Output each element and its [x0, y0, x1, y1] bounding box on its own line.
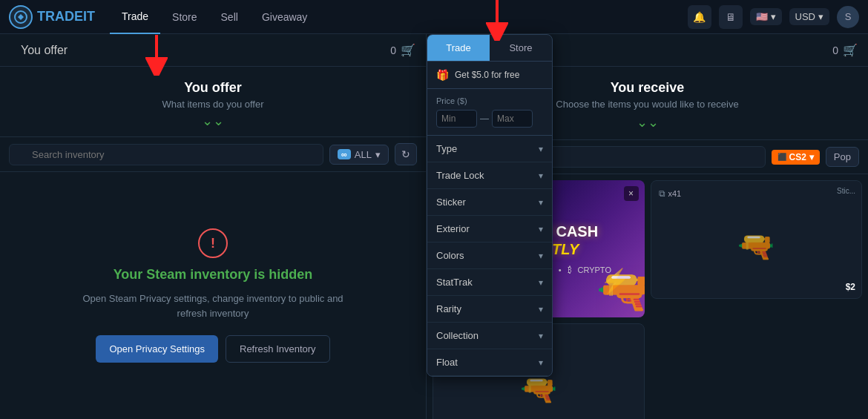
chevron-right-icon: ▾ [539, 144, 543, 154]
filter-all-label: ALL [355, 149, 372, 160]
header-right: 🔔 🖥 🇺🇸 ▾ USD ▾ S [688, 5, 859, 29]
cs2-game-badge[interactable]: ⬛ CS2 ▾ [772, 150, 820, 165]
offer-chevron-icon: ⌄⌄ [202, 114, 224, 128]
cs2-icon: ⬛ [777, 153, 786, 161]
logo-text: TRADEIT [37, 9, 95, 24]
chevron-down-icon: ▾ [818, 11, 823, 22]
price-inputs: — [436, 110, 543, 128]
filter-collection[interactable]: Collection ▾ [427, 323, 552, 349]
filter-type[interactable]: Type ▾ [427, 136, 552, 162]
weapon-image: 🔫 [596, 265, 645, 317]
item-price: $2 [846, 282, 855, 292]
dot-separator: • [559, 265, 562, 274]
you-offer-label: You offer [10, 44, 78, 57]
dropdown-tab-trade[interactable]: Trade [427, 35, 490, 62]
receive-title: You receive [611, 80, 685, 96]
filter-colors[interactable]: Colors ▾ [427, 243, 552, 269]
promo-row[interactable]: 🎁 Get $5.0 for free [427, 62, 552, 89]
receive-subtitle: Choose the items you would like to recei… [556, 99, 738, 110]
filter-stattrak[interactable]: StatTrak ▾ [427, 269, 552, 296]
weapon-icon: 🔫 [520, 372, 557, 407]
left-cart-area: 0 🛒 [390, 43, 415, 57]
hidden-inventory-desc: Open Steam Privacy settings, change inve… [72, 291, 354, 320]
chevron-down-icon: ▾ [809, 152, 814, 162]
ad-close-btn[interactable]: × [624, 186, 639, 201]
logo[interactable]: TRADEIT [9, 5, 95, 29]
price-max-input[interactable] [492, 110, 533, 128]
price-dash: — [480, 113, 489, 124]
price-min-input[interactable] [436, 110, 477, 128]
chevron-right-icon: ▾ [539, 331, 543, 341]
nav-giveaway[interactable]: Giveaway [250, 0, 319, 34]
filter-trade-lock[interactable]: Trade Lock ▾ [427, 162, 552, 189]
weapon-icon: 🔫 [737, 229, 775, 264]
nav-sell[interactable]: Sell [209, 0, 250, 34]
left-refresh-btn[interactable]: ↻ [395, 143, 417, 165]
user-avatar[interactable]: S [837, 6, 859, 28]
chevron-right-icon: ▾ [539, 357, 543, 368]
chevron-right-icon: ▾ [539, 197, 543, 208]
offer-section: You offer What items do you offer ⌄⌄ [0, 67, 426, 137]
crypto-icon: ₿ [568, 265, 572, 274]
cs2-label: CS2 [789, 152, 806, 162]
chevron-right-icon: ▾ [539, 251, 543, 261]
monitor-btn[interactable]: 🖥 [719, 5, 743, 29]
filter-dropdown: Trade Store 🎁 Get $5.0 for free Price ($… [427, 34, 553, 377]
filter-float[interactable]: Float ▾ [427, 349, 552, 376]
currency-label: USD [795, 11, 815, 22]
chevron-right-icon: ▾ [539, 304, 543, 314]
layers-icon: ⧉ [659, 188, 665, 199]
language-btn[interactable]: 🇺🇸 ▾ [750, 8, 782, 25]
sticker-label: Stic... [837, 187, 855, 195]
stack-count: x41 [668, 189, 682, 198]
price-label: Price ($) [436, 96, 543, 105]
notifications-btn[interactable]: 🔔 [688, 5, 711, 29]
left-cart-icon[interactable]: 🛒 [401, 43, 415, 57]
main-content: You offer 0 🛒 You offer What items do yo… [0, 34, 868, 419]
action-buttons: Open Privacy Settings Refresh Inventory [96, 335, 329, 363]
left-search-row: 🔍 ∞ ALL ▾ ↻ [0, 137, 426, 172]
receive-chevron-icon: ⌄⌄ [637, 114, 659, 131]
refresh-inventory-btn[interactable]: Refresh Inventory [226, 335, 330, 363]
left-panel: You offer 0 🛒 You offer What items do yo… [0, 34, 427, 419]
currency-btn[interactable]: USD ▾ [789, 8, 829, 25]
price-section: Price ($) — [427, 89, 552, 136]
header: TRADEIT Trade Store Sell Giveaway 🔔 🖥 🇺🇸… [0, 0, 868, 34]
right-cart-area: 0 🛒 [832, 43, 858, 57]
hidden-inventory-title: Your Steam inventory is hidden [114, 267, 313, 283]
item-stack: ⧉ x41 [659, 188, 682, 199]
right-cart-count: 0 [832, 44, 838, 56]
left-cart-count: 0 [390, 44, 396, 56]
dropdown-tab-store[interactable]: Store [490, 35, 552, 62]
open-privacy-btn[interactable]: Open Privacy Settings [96, 335, 218, 363]
promo-text: Get $5.0 for free [455, 70, 519, 80]
left-filter-btn[interactable]: ∞ ALL ▾ [329, 145, 389, 165]
hidden-inventory-section: ! Your Steam inventory is hidden Open St… [0, 172, 426, 419]
chevron-right-icon: ▾ [539, 224, 543, 234]
dropdown-tabs: Trade Store [427, 35, 552, 62]
left-panel-header: You offer 0 🛒 [0, 34, 426, 67]
filter-sticker[interactable]: Sticker ▾ [427, 189, 552, 216]
chevron-right-icon: ▾ [539, 277, 543, 288]
item-card-header: ⧉ x41 Stic... [659, 188, 855, 199]
nav-store[interactable]: Store [160, 0, 208, 34]
filter-rarity[interactable]: Rarity ▾ [427, 296, 552, 323]
chevron-down-icon: ▾ [771, 11, 776, 22]
flag-icon: 🇺🇸 [756, 11, 768, 22]
left-search-input[interactable] [9, 144, 323, 165]
right-cart-icon[interactable]: 🛒 [843, 43, 858, 57]
item-card[interactable]: ⧉ x41 Stic... 🔫 $2 [651, 180, 863, 299]
warning-icon: ! [198, 228, 228, 258]
chevron-down-icon: ▾ [375, 149, 381, 160]
popularity-sort-btn[interactable]: Pop [826, 147, 859, 167]
item-image-area: 🔫 [659, 202, 855, 291]
avatar-initial: S [845, 11, 852, 22]
main-nav: Trade Store Sell Giveaway [110, 0, 319, 34]
offer-title: You offer [184, 80, 242, 96]
gift-icon: 🎁 [436, 69, 449, 81]
nav-trade[interactable]: Trade [110, 0, 160, 34]
logo-icon [9, 5, 33, 29]
filter-exterior[interactable]: Exterior ▾ [427, 216, 552, 243]
infinity-badge: ∞ [338, 149, 351, 159]
chevron-right-icon: ▾ [539, 171, 543, 181]
